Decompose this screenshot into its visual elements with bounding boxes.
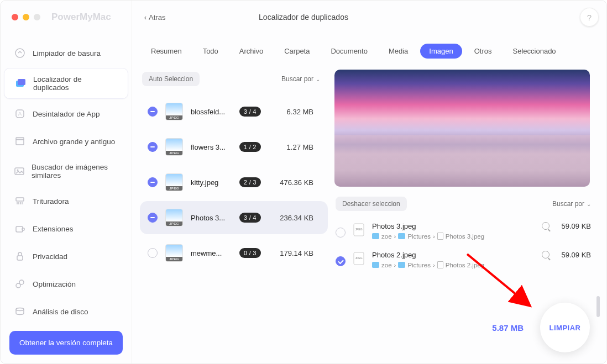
tab-carpeta[interactable]: Carpeta — [275, 44, 318, 59]
sidebar-item-disk-analysis[interactable]: Análisis de disco — [4, 299, 128, 324]
tab-archivo[interactable]: Archivo — [231, 44, 272, 59]
svg-point-0 — [15, 49, 24, 57]
magnifier-icon[interactable] — [542, 222, 550, 230]
group-size: 179.14 KB — [280, 249, 320, 257]
minimize-icon[interactable] — [23, 14, 29, 20]
sidebar-item-duplicate-finder[interactable]: Localizador de duplicados — [4, 68, 128, 99]
sort-label: Buscar por — [281, 75, 313, 83]
disk-icon — [14, 305, 26, 318]
group-row[interactable]: JPEGmewme...0 / 3179.14 KB — [140, 236, 328, 270]
box-icon — [14, 135, 26, 147]
group-checkbox[interactable] — [148, 248, 158, 258]
jpeg-file-icon: JPEG — [353, 252, 364, 265]
group-checkbox[interactable] — [148, 142, 158, 152]
group-checkbox[interactable] — [148, 177, 158, 187]
tab-resumen[interactable]: Resumen — [142, 44, 191, 59]
file-size: 59.09 KB — [562, 251, 592, 259]
file-checkbox[interactable] — [336, 256, 346, 266]
svg-point-15 — [16, 308, 24, 311]
svg-point-14 — [19, 280, 24, 284]
tab-media[interactable]: Media — [380, 44, 417, 59]
folder-icon — [372, 233, 379, 239]
magnifier-icon[interactable] — [542, 251, 550, 259]
sidebar-item-similar-images[interactable]: Buscador de imágenes similares — [4, 156, 128, 186]
tab-todo[interactable]: Todo — [194, 44, 227, 59]
group-row[interactable]: JPEGflowers 3...1 / 21.27 MB — [140, 130, 328, 163]
file-checkbox[interactable] — [336, 228, 346, 238]
group-name: Photos 3... — [191, 214, 232, 222]
undo-selection-button[interactable]: Deshacer seleccion — [336, 197, 407, 211]
category-tabs: Resumen Todo Archivo Carpeta Documento M… — [132, 34, 606, 64]
image-icon — [14, 165, 25, 177]
sidebar-item-label: Archivo grande y antiguo — [33, 138, 115, 146]
group-name: blossfeld... — [191, 108, 232, 116]
group-name: mewme... — [191, 249, 232, 257]
group-name: kitty.jpeg — [191, 178, 232, 187]
sidebar-item-app-uninstaller[interactable]: A Desintalador de App — [4, 101, 128, 126]
lock-icon — [14, 250, 26, 262]
folder-icon — [398, 233, 405, 239]
app-brand: PowerMyMac — [51, 12, 111, 23]
sidebar-item-label: Extensiones — [33, 225, 74, 233]
folders-icon — [14, 77, 27, 89]
group-size: 1.27 MB — [287, 143, 320, 151]
sidebar-item-extensions[interactable]: Extensiones — [4, 216, 128, 241]
rocket-icon — [14, 278, 26, 290]
sidebar-item-label: Privacidad — [33, 252, 67, 261]
groups-column: Auto Seleccion Buscar por ⌄ JPEGblossfel… — [132, 64, 328, 363]
group-row[interactable]: JPEGkitty.jpeg2 / 3476.36 KB — [140, 166, 328, 199]
group-size: 6.32 MB — [287, 108, 320, 116]
sidebar-item-large-old-files[interactable]: Archivo grande y antiguo — [4, 129, 128, 154]
chevron-down-icon: ⌄ — [587, 201, 591, 207]
svg-rect-10 — [16, 226, 23, 232]
file-path: zoe › Pictures › Photos 3.jpeg — [372, 233, 534, 240]
groups-sort-button[interactable]: Buscar por ⌄ — [281, 75, 320, 83]
group-count-badge: 1 / 2 — [239, 142, 261, 152]
tab-documento[interactable]: Documento — [322, 44, 376, 59]
file-row[interactable]: JPEGPhotos 3.jpeg zoe › Pictures › Photo… — [334, 217, 592, 245]
svg-rect-2 — [18, 79, 25, 85]
sidebar-item-label: Trituradora — [33, 197, 69, 205]
sidebar: Limpiador de basura Localizador de dupli… — [1, 1, 132, 363]
jpeg-thumb-icon: JPEG — [165, 103, 183, 120]
get-full-version-button[interactable]: Obtener la versión completa — [9, 331, 123, 355]
auto-select-button[interactable]: Auto Seleccion — [142, 72, 200, 86]
group-count-badge: 0 / 3 — [239, 248, 261, 258]
group-row[interactable]: JPEGPhotos 3...3 / 4236.34 KB — [140, 201, 328, 234]
sidebar-item-shredder[interactable]: Trituradora — [4, 188, 128, 214]
file-name: Photos 3.jpeg — [372, 222, 534, 230]
tab-seleccionado[interactable]: Seleccionado — [504, 44, 565, 59]
app-window: PowerMyMac ‹ Atras Localizador de duplic… — [0, 0, 607, 364]
sidebar-item-junk-cleaner[interactable]: Limpiador de basura — [4, 40, 128, 66]
jpeg-file-icon: JPEG — [353, 223, 364, 236]
jpeg-thumb-icon: JPEG — [165, 244, 183, 262]
svg-text:JPEG: JPEG — [355, 228, 362, 231]
tab-imagen[interactable]: Imagen — [420, 44, 462, 59]
file-size: 59.09 KB — [562, 222, 592, 230]
group-checkbox[interactable] — [148, 107, 158, 117]
svg-text:A: A — [18, 111, 22, 117]
sidebar-item-label: Análisis de disco — [33, 308, 88, 316]
group-size: 236.34 KB — [280, 214, 320, 222]
svg-rect-12 — [17, 256, 23, 260]
group-count-badge: 3 / 4 — [239, 107, 261, 117]
sidebar-item-label: Buscador de imágenes similares — [32, 163, 118, 180]
files-sort-button[interactable]: Buscar por ⌄ — [552, 200, 591, 208]
sidebar-item-label: Localizador de duplicados — [33, 75, 118, 92]
group-name: flowers 3... — [191, 143, 232, 151]
file-info: Photos 3.jpeg zoe › Pictures › Photos 3.… — [372, 222, 534, 240]
svg-rect-9 — [16, 198, 24, 201]
puzzle-icon — [14, 223, 26, 235]
group-row[interactable]: JPEGblossfeld...3 / 46.32 MB — [140, 95, 328, 128]
sidebar-item-privacy[interactable]: Privacidad — [4, 244, 128, 269]
maximize-icon[interactable] — [34, 14, 40, 20]
close-icon[interactable] — [12, 14, 18, 20]
file-row[interactable]: JPEGPhotos 2.jpeg zoe › Pictures › Photo… — [334, 245, 592, 274]
shredder-icon — [14, 195, 26, 207]
sidebar-item-optimization[interactable]: Optimización — [4, 271, 128, 297]
folder-icon — [398, 262, 405, 268]
tab-otros[interactable]: Otros — [465, 44, 501, 59]
file-name: Photos 2.jpeg — [372, 251, 534, 259]
group-checkbox[interactable] — [148, 213, 158, 223]
clean-button[interactable]: LIMPIAR — [540, 303, 590, 352]
